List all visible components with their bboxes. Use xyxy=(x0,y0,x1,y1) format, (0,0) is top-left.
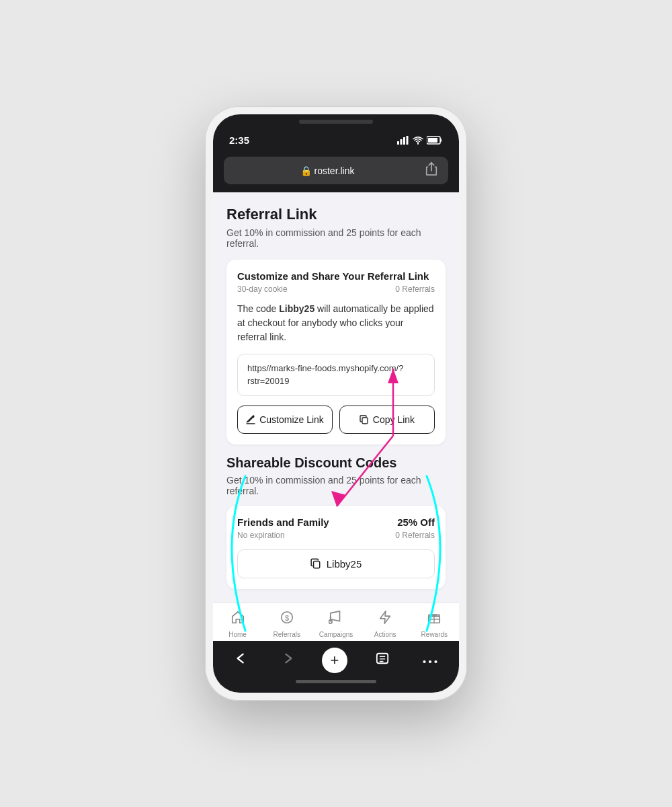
referral-card: Customize and Share Your Referral Link 3… xyxy=(226,260,446,444)
actions-nav-label: Actions xyxy=(374,631,396,638)
referrals-nav-icon: $ xyxy=(280,610,294,629)
phone-screen: 2:35 xyxy=(213,114,459,692)
svg-point-18 xyxy=(423,660,425,663)
referral-section: Referral Link Get 10% in commission and … xyxy=(226,206,446,444)
referrals-nav-label: Referrals xyxy=(273,631,300,638)
home-nav-label: Home xyxy=(228,631,247,638)
phone-frame: 2:35 xyxy=(205,106,467,700)
back-button[interactable] xyxy=(229,650,253,670)
svg-text:$: $ xyxy=(285,613,289,621)
url-bar[interactable]: 🔒 roster.link xyxy=(224,157,448,184)
page-title: Referral Link xyxy=(226,206,446,223)
campaigns-nav-icon xyxy=(329,610,343,629)
svg-rect-1 xyxy=(401,139,403,145)
svg-rect-5 xyxy=(440,139,442,142)
lock-icon: 🔒 xyxy=(300,165,312,176)
browser-bottom-bar: + xyxy=(213,641,459,673)
copy-code-icon xyxy=(310,558,321,569)
svg-rect-7 xyxy=(362,418,368,424)
nav-item-home[interactable]: Home xyxy=(219,610,256,638)
status-bar: 2:35 xyxy=(213,126,459,151)
svg-rect-2 xyxy=(403,137,405,145)
home-indicator xyxy=(213,673,459,693)
copy-link-button[interactable]: Copy Link xyxy=(339,406,435,434)
desc-before: The code xyxy=(237,303,279,314)
page-subtitle: Get 10% in commission and 25 points for … xyxy=(226,227,446,249)
referral-url: https//marks-fine-foods.myshopify.com/?r… xyxy=(237,354,435,395)
svg-rect-6 xyxy=(428,138,437,143)
discount-code-label: Libby25 xyxy=(327,558,362,570)
wifi-icon xyxy=(413,136,423,145)
page-content: Referral Link Get 10% in commission and … xyxy=(213,192,459,602)
time-display: 2:35 xyxy=(229,134,249,146)
svg-rect-8 xyxy=(313,562,319,568)
copy-code-button[interactable]: Libby25 xyxy=(237,549,435,578)
customize-link-button[interactable]: Customize Link xyxy=(237,406,333,434)
signal-icon xyxy=(397,136,409,145)
url-text: roster.link xyxy=(314,165,355,176)
nav-item-actions[interactable]: Actions xyxy=(367,610,404,638)
nav-item-rewards[interactable]: Rewards xyxy=(416,610,453,638)
share-icon[interactable] xyxy=(425,162,437,179)
cookie-label: 30-day cookie xyxy=(237,284,288,294)
svg-point-19 xyxy=(429,660,431,663)
discount-section: Shareable Discount Codes Get 10% in comm… xyxy=(226,455,446,589)
discount-name: Friends and Family xyxy=(237,516,329,528)
new-tab-button[interactable]: + xyxy=(322,648,347,673)
expiration-label: No expiration xyxy=(237,531,285,540)
forward-button[interactable] xyxy=(276,650,300,670)
nav-item-campaigns[interactable]: Campaigns xyxy=(317,610,354,638)
svg-marker-11 xyxy=(331,611,340,621)
card-description: The code Libby25 will automatically be a… xyxy=(237,302,435,344)
actions-nav-icon xyxy=(378,610,392,629)
action-buttons: Customize Link Copy Link xyxy=(237,406,435,434)
notch xyxy=(213,114,459,126)
nav-item-referrals[interactable]: $ Referrals xyxy=(268,610,305,638)
battery-icon xyxy=(427,136,443,145)
referral-code: Libby25 xyxy=(279,303,314,314)
svg-point-20 xyxy=(434,660,437,663)
svg-marker-14 xyxy=(380,611,390,623)
referrals-count: 0 Referrals xyxy=(395,284,435,294)
card-title: Customize and Share Your Referral Link xyxy=(237,270,435,282)
discount-meta: No expiration 0 Referrals xyxy=(237,531,435,540)
home-bar xyxy=(296,680,376,683)
bottom-nav: Home $ Referrals xyxy=(213,603,459,641)
status-icons xyxy=(397,136,443,145)
edit-icon xyxy=(246,415,255,424)
card-meta: 30-day cookie 0 Referrals xyxy=(237,284,435,294)
discount-card: Friends and Family 25% Off No expiration… xyxy=(226,506,446,589)
rewards-nav-icon xyxy=(427,610,442,629)
copy-icon xyxy=(360,415,369,424)
discount-referrals: 0 Referrals xyxy=(395,531,435,540)
browser-bar: 🔒 roster.link xyxy=(213,151,459,192)
discount-header: Friends and Family 25% Off xyxy=(237,516,435,528)
svg-rect-0 xyxy=(397,141,399,145)
discount-amount: 25% Off xyxy=(397,516,435,528)
tabs-button[interactable] xyxy=(370,649,395,671)
rewards-nav-label: Rewards xyxy=(421,631,448,638)
svg-rect-3 xyxy=(407,136,409,145)
campaigns-nav-label: Campaigns xyxy=(319,631,353,638)
notch-pill xyxy=(299,120,373,124)
home-nav-icon xyxy=(230,610,245,629)
more-options-button[interactable] xyxy=(417,650,443,670)
url-display[interactable]: 🔒 roster.link xyxy=(235,165,420,176)
discount-section-subtitle: Get 10% in commission and 25 points for … xyxy=(226,475,446,496)
discount-section-title: Shareable Discount Codes xyxy=(226,455,446,471)
